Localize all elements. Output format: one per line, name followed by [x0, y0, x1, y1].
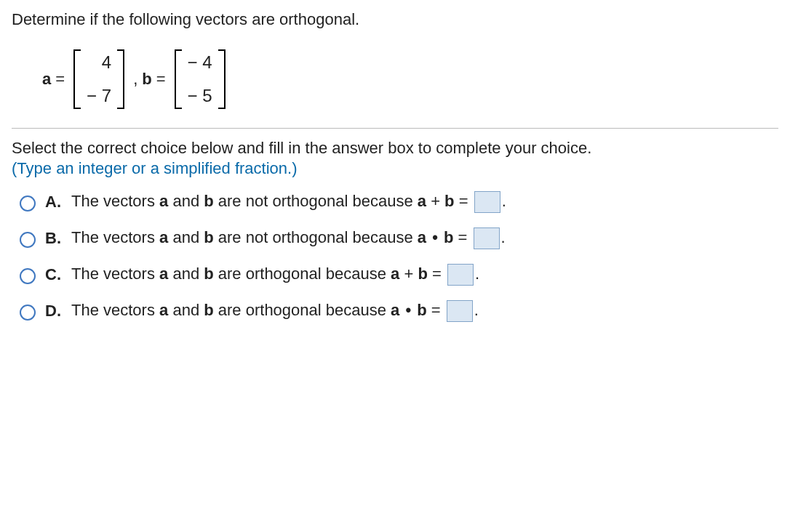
choice-a-radio[interactable] [20, 196, 36, 211]
choice-b-row: B. The vectors a and b are not orthogona… [16, 227, 778, 249]
vector-a-entry-1: − 7 [87, 86, 111, 106]
choice-b-radio[interactable] [20, 232, 36, 248]
choice-a-input[interactable] [474, 191, 500, 213]
choice-c-radio[interactable] [20, 268, 36, 284]
vector-b-entry-0: − 4 [188, 52, 212, 73]
choice-d-radio[interactable] [20, 305, 36, 321]
choice-d-input[interactable] [447, 300, 473, 322]
choice-c-text: The vectors a and b are orthogonal becau… [71, 264, 479, 286]
choice-b-input[interactable] [474, 227, 500, 249]
choice-b-text: The vectors a and b are not orthogonal b… [71, 227, 506, 249]
choice-c-label: C. [45, 265, 64, 284]
question-text: Determine if the following vectors are o… [12, 10, 778, 29]
divider [12, 128, 778, 129]
choice-a-text: The vectors a and b are not orthogonal b… [71, 191, 506, 213]
equals-sign: = [55, 70, 65, 89]
vector-a-matrix: 4 − 7 [69, 48, 129, 110]
vector-a-label: a [42, 70, 51, 89]
vector-b-entry-1: − 5 [188, 86, 212, 106]
choice-d-label: D. [45, 302, 64, 321]
choice-c-input[interactable] [447, 264, 474, 286]
choice-b-label: B. [45, 229, 64, 248]
vector-b-matrix: − 4 − 5 [170, 48, 230, 110]
instruction-text: Select the correct choice below and fill… [12, 139, 778, 158]
hint-text: (Type an integer or a simplified fractio… [12, 159, 778, 178]
choice-d-text: The vectors a and b are orthogonal becau… [71, 300, 479, 322]
vector-b-label: b [142, 70, 151, 89]
equals-sign: = [156, 70, 166, 89]
choices-group: A. The vectors a and b are not orthogona… [12, 191, 778, 322]
choice-a-label: A. [45, 193, 64, 211]
vectors-display: a = 4 − 7 , b = − 4 − 5 [12, 45, 778, 128]
choice-d-row: D. The vectors a and b are orthogonal be… [16, 300, 778, 322]
choice-a-row: A. The vectors a and b are not orthogona… [16, 191, 778, 213]
comma: , [133, 70, 137, 89]
vector-a-entry-0: 4 [102, 52, 111, 73]
choice-c-row: C. The vectors a and b are orthogonal be… [16, 264, 778, 286]
